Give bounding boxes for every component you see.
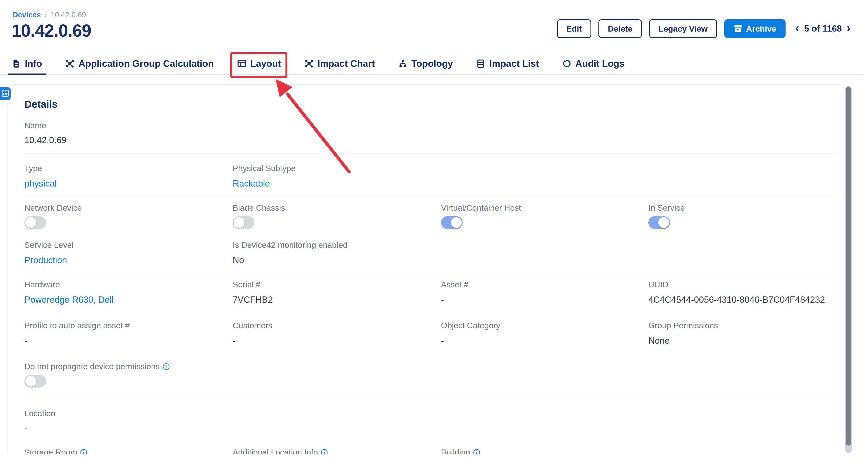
field-label-additional-location-info: Additional Location Info	[233, 447, 328, 454]
field-value-is-device42-monitoring-enabled: No	[233, 255, 244, 265]
toggle-knob	[234, 217, 245, 228]
field-label-object-category: Object Category	[441, 321, 500, 330]
list-panel-icon	[2, 90, 9, 98]
field-label-text: Do not propagate device permissions	[24, 362, 160, 371]
field-label-profile-to-auto-assign-asset: Profile to auto assign asset #	[24, 321, 130, 330]
info-icon[interactable]	[162, 363, 170, 370]
field-value-name: 10.42.0.69	[24, 135, 66, 145]
field-value-hardware[interactable]: Poweredge R630, Dell	[24, 295, 114, 305]
toggle-knob	[25, 217, 36, 228]
field-label-do-not-propagate-device-permissions: Do not propagate device permissions	[24, 362, 170, 371]
field-label-is-device42-monitoring-enabled: Is Device42 monitoring enabled	[233, 240, 347, 250]
info-icon[interactable]	[80, 449, 87, 454]
field-label-text: Object Category	[441, 321, 500, 330]
field-label-customers: Customers	[233, 321, 272, 330]
field-label-building: Building	[441, 447, 480, 454]
field-value-type[interactable]: physical	[24, 179, 57, 189]
field-value-serial: 7VCFHB2	[233, 295, 273, 305]
field-label-text: In Service	[648, 203, 685, 213]
field-label-text: Network Device	[24, 203, 82, 213]
field-value-service-level[interactable]: Production	[24, 255, 67, 265]
field-value-physical-subtype[interactable]: Rackable	[233, 179, 270, 189]
field-label-text: Hardware	[24, 280, 60, 289]
field-label-text: Serial #	[233, 280, 260, 289]
field-label-text: Storage Room	[24, 447, 77, 454]
section-divider	[24, 195, 844, 195]
details-heading: Details	[24, 99, 58, 110]
section-divider	[24, 312, 844, 312]
field-label-group-permissions: Group Permissions	[648, 321, 718, 330]
field-value-uuid: 4C4C4544-0056-4310-8046-B7C04F484232	[648, 295, 825, 305]
field-value-location: -	[24, 423, 27, 433]
field-label-uuid: UUID	[648, 280, 669, 289]
field-label-serial: Serial #	[233, 280, 260, 289]
field-label-text: Virtual/Container Host	[441, 203, 521, 213]
field-label-text: Asset #	[441, 280, 468, 289]
toggle-in-service[interactable]	[648, 216, 670, 229]
field-label-text: Profile to auto assign asset #	[24, 321, 130, 330]
scrollbar-thumb[interactable]	[846, 87, 851, 446]
field-value-asset: -	[441, 295, 444, 305]
toggle-knob	[451, 217, 462, 228]
field-label-text: Additional Location Info	[233, 447, 318, 454]
field-label-text: Building	[441, 447, 470, 454]
field-label-asset: Asset #	[441, 280, 468, 289]
field-label-text: Location	[24, 409, 56, 418]
field-label-location: Location	[24, 409, 56, 418]
field-label-virtual-container-host: Virtual/Container Host	[441, 203, 521, 213]
toggle-network-device[interactable]	[24, 216, 46, 229]
toggle-knob	[658, 217, 669, 228]
field-label-text: Service Level	[24, 240, 73, 250]
field-label-name: Name	[24, 121, 46, 130]
vertical-scrollbar[interactable]	[845, 86, 851, 453]
section-divider	[24, 439, 844, 439]
toggle-blade-chassis[interactable]	[233, 216, 254, 229]
field-label-physical-subtype: Physical Subtype	[233, 164, 296, 173]
field-label-text: Name	[24, 121, 46, 130]
toggle-do-not-propagate-device-permissions[interactable]	[24, 375, 46, 387]
field-label-hardware: Hardware	[24, 280, 60, 289]
toggle-virtual-container-host[interactable]	[441, 216, 463, 229]
field-value-group-permissions: None	[648, 336, 670, 346]
details-card: Details Name10.42.0.69TypephysicalPhysic…	[7, 84, 844, 454]
field-value-object-category: -	[441, 336, 444, 346]
field-label-text: UUID	[648, 280, 669, 289]
field-label-text: Physical Subtype	[233, 164, 296, 173]
field-label-blade-chassis: Blade Chassis	[233, 203, 285, 213]
field-label-text: Group Permissions	[648, 321, 718, 330]
field-label-text: Is Device42 monitoring enabled	[233, 240, 347, 250]
field-value-profile-to-auto-assign-asset: -	[24, 336, 27, 346]
side-panel-toggle-button[interactable]	[0, 87, 10, 100]
field-label-type: Type	[24, 164, 42, 173]
field-label-service-level: Service Level	[24, 240, 73, 250]
info-icon[interactable]	[473, 449, 480, 454]
field-value-customers: -	[233, 336, 236, 346]
field-label-text: Customers	[233, 321, 272, 330]
info-icon[interactable]	[321, 449, 328, 454]
field-label-text: Type	[24, 164, 42, 173]
field-label-in-service: In Service	[648, 203, 685, 213]
section-divider	[24, 398, 844, 398]
field-label-network-device: Network Device	[24, 203, 82, 213]
section-divider	[24, 275, 844, 275]
toggle-knob	[25, 376, 36, 386]
field-label-text: Blade Chassis	[233, 203, 285, 213]
section-divider	[24, 154, 844, 154]
field-label-storage-room: Storage Room	[24, 447, 87, 454]
content-viewport: Details Name10.42.0.69TypephysicalPhysic…	[0, 0, 868, 454]
